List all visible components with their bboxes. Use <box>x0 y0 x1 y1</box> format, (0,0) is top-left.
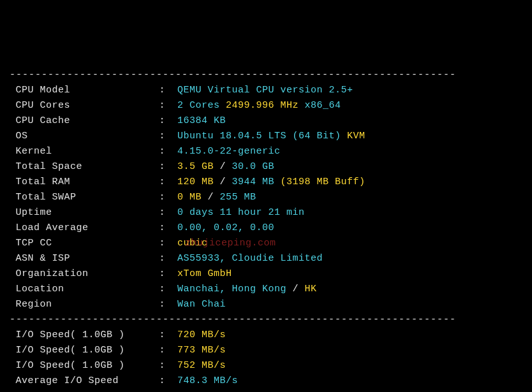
rows-row: Location : Wanchai, Hong Kong / HK <box>10 282 522 297</box>
colon: : <box>153 100 177 111</box>
rows-label: ASN & ISP <box>10 251 153 266</box>
rows-row: Load Average : 0.00, 0.02, 0.00 <box>10 221 522 236</box>
rows-value-segment: 3944 MB <box>232 177 275 187</box>
rows-row: TCP CC : cubiczhujiceping.com <box>10 236 522 251</box>
rows-value-segment: 0 MB <box>177 192 202 203</box>
rows-value-segment: 3.5 GB <box>177 161 214 172</box>
rows-label: TCP CC <box>10 236 153 251</box>
rows-label: Organization <box>10 266 153 282</box>
rows-value-segment: xTom GmbH <box>177 268 232 279</box>
rows-label: Location <box>10 282 153 297</box>
colon: : <box>153 345 177 356</box>
io_rows-row: I/O Speed( 1.0GB ) : 720 MB/s <box>10 328 522 343</box>
rows-label: Total RAM <box>10 175 153 190</box>
rows-value-segment: 16384 KB <box>177 115 226 126</box>
rows-value-segment: HK <box>305 284 317 294</box>
divider: ----------------------------------------… <box>10 389 522 392</box>
rows-label: Total SWAP <box>10 190 153 205</box>
rows-value-segment: (3198 MB Buff) <box>281 177 366 187</box>
rows-row: CPU Cache : 16384 KB <box>10 113 522 129</box>
rows-row: Total Space : 3.5 GB / 30.0 GB <box>10 159 522 175</box>
rows-value-segment: AS55933, Cloudie Limited <box>177 253 323 264</box>
colon: : <box>153 115 177 126</box>
io_rows-label: I/O Speed( 1.0GB ) <box>10 343 153 358</box>
rows-row: Kernel : 4.15.0-22-generic <box>10 144 522 159</box>
rows-row: CPU Cores : 2 Cores 2499.996 MHz x86_64 <box>10 98 522 113</box>
rows-value-segment: 30.0 GB <box>232 161 275 172</box>
rows-value-segment: KVM <box>347 131 366 142</box>
colon: : <box>153 330 177 340</box>
rows-value-segment: 120 MB <box>177 177 214 187</box>
rows-label: CPU Cache <box>10 113 153 129</box>
rows-row: OS : Ubuntu 18.04.5 LTS (64 Bit) KVM <box>10 129 522 144</box>
rows-value-segment: / <box>202 192 220 203</box>
colon: : <box>153 177 177 187</box>
rows-value-segment: 0.00, 0.02, 0.00 <box>177 222 274 233</box>
rows-row: ASN & ISP : AS55933, Cloudie Limited <box>10 251 522 266</box>
divider: ----------------------------------------… <box>10 68 522 83</box>
rows-label: OS <box>10 129 153 144</box>
rows-label: Load Average <box>10 221 153 236</box>
rows-value-segment: QEMU Virtual CPU version 2.5+ <box>177 85 353 96</box>
colon: : <box>153 253 177 264</box>
rows-value-segment: 2 Cores <box>177 100 220 111</box>
colon: : <box>153 207 177 218</box>
rows-row: Region : Wan Chai <box>10 297 522 312</box>
rows-row: CPU Model : QEMU Virtual CPU version 2.5… <box>10 83 522 98</box>
rows-row: Organization : xTom GmbH <box>10 266 522 282</box>
io_rows-row: I/O Speed( 1.0GB ) : 752 MB/s <box>10 358 522 374</box>
rows-value-segment: x86_64 <box>305 100 341 111</box>
io_rows-label: I/O Speed( 1.0GB ) <box>10 358 153 374</box>
io_rows-value-segment: 748.3 MB/s <box>177 375 238 386</box>
colon: : <box>153 360 177 371</box>
divider: ----------------------------------------… <box>10 312 522 328</box>
rows-value-segment: cubic <box>177 238 208 249</box>
colon: : <box>153 146 177 157</box>
colon: : <box>153 299 177 310</box>
rows-label: CPU Cores <box>10 98 153 113</box>
colon: : <box>153 161 177 172</box>
colon: : <box>153 375 177 386</box>
io_rows-label: Average I/O Speed <box>10 374 153 389</box>
rows-label: CPU Model <box>10 83 153 98</box>
rows-row: Total RAM : 120 MB / 3944 MB (3198 MB Bu… <box>10 175 522 190</box>
rows-label: Total Space <box>10 159 153 175</box>
rows-value-segment <box>299 100 305 111</box>
rows-value-segment <box>341 131 348 142</box>
colon: : <box>153 131 177 142</box>
rows-value-segment: Ubuntu 18.04.5 LTS (64 Bit) <box>177 131 341 142</box>
rows-value-segment <box>274 177 281 187</box>
rows-value-segment: 4.15.0-22-generic <box>177 146 281 157</box>
rows-value-segment <box>220 100 226 111</box>
rows-value-segment: 2499.996 MHz <box>226 100 299 111</box>
rows-value-segment: Wan Chai <box>177 299 226 310</box>
rows-value-segment: / <box>214 177 232 187</box>
colon: : <box>153 85 177 96</box>
rows-row: Total SWAP : 0 MB / 255 MB <box>10 190 522 205</box>
rows-value-segment: / <box>214 161 232 172</box>
colon: : <box>153 284 177 294</box>
colon: : <box>153 222 177 233</box>
rows-value-segment: 0 days 11 hour 21 min <box>177 207 305 218</box>
io_rows-value-segment: 720 MB/s <box>177 330 226 340</box>
io_rows-value-segment: 752 MB/s <box>177 360 226 371</box>
rows-label: Uptime <box>10 205 153 221</box>
rows-value-segment: 255 MB <box>220 192 256 203</box>
io_rows-row: Average I/O Speed : 748.3 MB/s <box>10 374 522 389</box>
colon: : <box>153 268 177 279</box>
io_rows-row: I/O Speed( 1.0GB ) : 773 MB/s <box>10 343 522 358</box>
rows-label: Kernel <box>10 144 153 159</box>
io_rows-value-segment: 773 MB/s <box>177 345 226 356</box>
rows-value-segment: Wanchai, Hong Kong <box>177 284 286 294</box>
colon: : <box>153 192 177 203</box>
rows-row: Uptime : 0 days 11 hour 21 min <box>10 205 522 221</box>
io_rows-label: I/O Speed( 1.0GB ) <box>10 328 153 343</box>
colon: : <box>153 238 177 249</box>
rows-label: Region <box>10 297 153 312</box>
rows-value-segment: / <box>286 284 305 294</box>
